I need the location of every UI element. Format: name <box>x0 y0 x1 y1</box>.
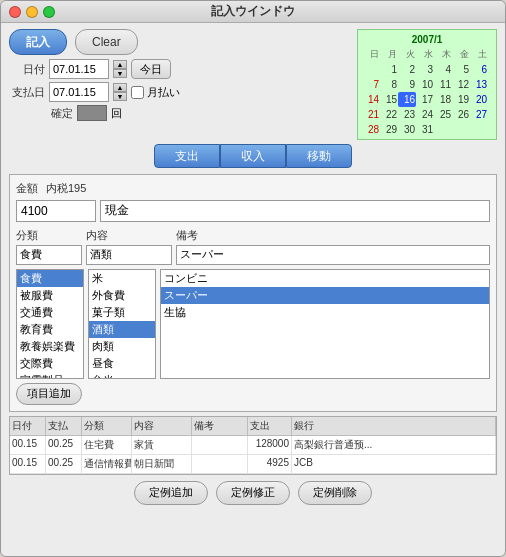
cal-9[interactable]: 9 <box>398 77 416 92</box>
biko-field[interactable] <box>176 245 490 265</box>
naiyou-field[interactable] <box>86 245 172 265</box>
cal-head-tue: 火 <box>398 48 416 62</box>
cal-2[interactable]: 2 <box>398 62 416 77</box>
titlebar-buttons <box>9 6 55 18</box>
left-controls: 記入 Clear 日付 ▲ ▼ 今日 支払日 <box>9 29 349 140</box>
cal-16[interactable]: 16 <box>398 92 416 107</box>
naiyou-item-5[interactable]: 昼食 <box>89 355 155 372</box>
calendar-month: 2007/1 <box>362 32 492 47</box>
titlebar: 記入ウインドウ <box>1 1 505 23</box>
cal-27[interactable]: 27 <box>470 107 488 122</box>
td-shishutsu-1: 4925 <box>248 455 292 473</box>
tab-shishutsu[interactable]: 支出 <box>154 144 220 168</box>
naiyou-item-1[interactable]: 外食費 <box>89 287 155 304</box>
maximize-button[interactable] <box>43 6 55 18</box>
close-button[interactable] <box>9 6 21 18</box>
cal-22[interactable]: 22 <box>380 107 398 122</box>
cal-7[interactable]: 7 <box>362 77 380 92</box>
naiyou-item-0[interactable]: 米 <box>89 270 155 287</box>
cal-24[interactable]: 24 <box>416 107 434 122</box>
cal-21[interactable]: 21 <box>362 107 380 122</box>
bunrui-field[interactable] <box>16 245 82 265</box>
tab-shuunyuu[interactable]: 収入 <box>220 144 286 168</box>
shiharai-up[interactable]: ▲ <box>113 83 127 92</box>
clear-button[interactable]: Clear <box>75 29 138 55</box>
td-hizuke-1: 00.15 <box>10 455 46 473</box>
td-ginkou-1: JCB <box>292 455 496 473</box>
cal-10[interactable]: 10 <box>416 77 434 92</box>
cal-head-wed: 水 <box>416 48 434 62</box>
cal-20[interactable]: 20 <box>470 92 488 107</box>
th-shiharai: 支払 <box>46 417 82 435</box>
biko-item-2[interactable]: 生協 <box>161 304 489 321</box>
biko-item-1[interactable]: スーパー <box>161 287 489 304</box>
bunrui-item-1[interactable]: 被服費 <box>17 287 83 304</box>
cal-31[interactable]: 31 <box>416 122 434 137</box>
today-button[interactable]: 今日 <box>131 59 171 79</box>
tsuki-checkbox-label: 月払い <box>131 85 180 100</box>
kakutei-label: 確定 <box>51 106 73 121</box>
table-row[interactable]: 00.15 00.25 住宅費 家賃 128000 高梨銀行普通预... <box>10 436 496 455</box>
bunrui-item-2[interactable]: 交通費 <box>17 304 83 321</box>
cal-26[interactable]: 26 <box>452 107 470 122</box>
naiyou-item-3[interactable]: 酒類 <box>89 321 155 338</box>
cols-header: 分類 内容 備考 <box>16 228 490 243</box>
cal-15[interactable]: 15 <box>380 92 398 107</box>
bottom-buttons: 定例追加 定例修正 定例削除 <box>9 481 497 505</box>
cal-1[interactable]: 1 <box>380 62 398 77</box>
bunrui-item-4[interactable]: 教養娯楽費 <box>17 338 83 355</box>
bunrui-item-5[interactable]: 交際費 <box>17 355 83 372</box>
koumoku-button[interactable]: 項目追加 <box>16 383 82 405</box>
minimize-button[interactable] <box>26 6 38 18</box>
th-bunrui: 分類 <box>82 417 132 435</box>
cal-4[interactable]: 4 <box>434 62 452 77</box>
bunrui-item-0[interactable]: 食費 <box>17 270 83 287</box>
cal-3[interactable]: 3 <box>416 62 434 77</box>
cal-11[interactable]: 11 <box>434 77 452 92</box>
naiyou-item-4[interactable]: 肉類 <box>89 338 155 355</box>
cal-19[interactable]: 19 <box>452 92 470 107</box>
kinyuu-button[interactable]: 記入 <box>9 29 67 55</box>
shiharai-down[interactable]: ▼ <box>113 92 127 101</box>
naiyou-item-6[interactable]: 弁当 <box>89 372 155 379</box>
cal-28[interactable]: 28 <box>362 122 380 137</box>
shiharai-input[interactable] <box>49 82 109 102</box>
teirei-edit-button[interactable]: 定例修正 <box>216 481 290 505</box>
bunrui-item-6[interactable]: 家電製品 <box>17 372 83 379</box>
cal-23[interactable]: 23 <box>398 107 416 122</box>
tsuki-checkbox[interactable] <box>131 86 144 99</box>
tab-idou[interactable]: 移動 <box>286 144 352 168</box>
table-row[interactable]: 00.15 00.25 通信情報費電話 朝日新聞 4925 JCB <box>10 455 496 474</box>
cal-29[interactable]: 29 <box>380 122 398 137</box>
teirei-delete-button[interactable]: 定例削除 <box>298 481 372 505</box>
cal-5[interactable]: 5 <box>452 62 470 77</box>
cal-30[interactable]: 30 <box>398 122 416 137</box>
cal-18[interactable]: 18 <box>434 92 452 107</box>
cal-13[interactable]: 13 <box>470 77 488 92</box>
amount-row: 金額 内税195 <box>16 181 490 196</box>
td-hizuke-0: 00.15 <box>10 436 46 454</box>
hizuke-stepper: ▲ ▼ <box>113 60 127 78</box>
hizuke-label: 日付 <box>9 62 45 77</box>
hizuke-down[interactable]: ▼ <box>113 69 127 78</box>
hizuke-input[interactable] <box>49 59 109 79</box>
payment-input[interactable] <box>100 200 490 222</box>
naiyou-item-2[interactable]: 菓子類 <box>89 304 155 321</box>
cal-8[interactable]: 8 <box>380 77 398 92</box>
cal-17[interactable]: 17 <box>416 92 434 107</box>
cal-6[interactable]: 6 <box>470 62 488 77</box>
cal-12[interactable]: 12 <box>452 77 470 92</box>
amount-input[interactable] <box>16 200 96 222</box>
bunrui-item-3[interactable]: 教育費 <box>17 321 83 338</box>
tsuki-label: 月払い <box>147 85 180 100</box>
hizuke-up[interactable]: ▲ <box>113 60 127 69</box>
cal-head-thu: 木 <box>434 48 452 62</box>
td-shishutsu-0: 128000 <box>248 436 292 454</box>
col-bunrui-header: 分類 <box>16 228 86 243</box>
naiyou-list: 米 外食費 菓子類 酒類 肉類 昼食 弁当 食料品 <box>88 269 156 379</box>
teirei-add-button[interactable]: 定例追加 <box>134 481 208 505</box>
th-naiyou: 内容 <box>132 417 192 435</box>
biko-item-0[interactable]: コンビニ <box>161 270 489 287</box>
cal-25[interactable]: 25 <box>434 107 452 122</box>
cal-14[interactable]: 14 <box>362 92 380 107</box>
